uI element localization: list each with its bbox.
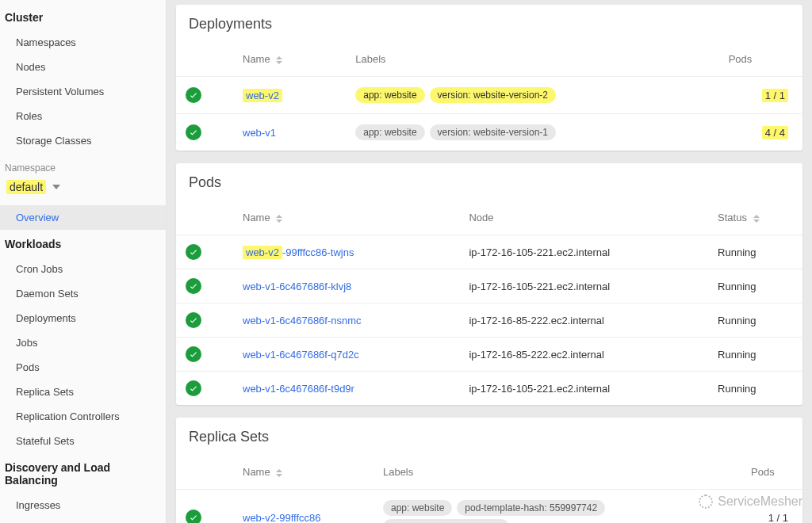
status-ok-icon [186, 510, 201, 523]
pods-table: Name Node Status web-v2-99fffcc86-twjnsi… [176, 207, 802, 405]
deployment-link[interactable]: web-v1 [243, 127, 276, 139]
replicasets-card: Replica Sets Name Labels Pods web-v2-99f… [176, 418, 802, 523]
chevron-down-icon [52, 185, 60, 189]
sidebar-item-deployments[interactable]: Deployments [0, 306, 166, 330]
section-discovery-title: Discovery and Load Balancing [0, 453, 166, 493]
status-cell: Running [708, 303, 802, 338]
col-status[interactable]: Status [708, 207, 802, 235]
table-row: web-v1-6c467686f-t9d9rip-172-16-105-221.… [176, 372, 802, 406]
pods-count: 4 / 4 [762, 126, 788, 139]
pods-card: Pods Name Node Status [176, 163, 802, 405]
pod-link[interactable]: web-v2-99fffcc86-twjns [243, 246, 354, 259]
sidebar-item-services[interactable]: Services [0, 517, 166, 523]
section-workloads-title: Workloads [0, 230, 166, 257]
sort-icon [276, 215, 282, 223]
pod-link[interactable]: web-v1-6c467686f-t9d9r [243, 383, 354, 395]
sidebar-item-stateful-sets[interactable]: Stateful Sets [0, 429, 166, 453]
pod-link[interactable]: web-v1-6c467686f-klvj8 [243, 281, 351, 292]
sidebar-item-cron-jobs[interactable]: Cron Jobs [0, 257, 166, 281]
namespace-value: default [6, 180, 46, 194]
col-name[interactable]: Name [211, 461, 373, 490]
status-ok-icon [186, 244, 201, 260]
label-chip: app: website [355, 124, 424, 140]
sidebar-item-namespaces[interactable]: Namespaces [0, 30, 166, 55]
label-chip: pod-template-hash: 559997742 [457, 500, 605, 516]
pods-count: 1 / 1 [762, 89, 788, 102]
sidebar-item-storage-classes[interactable]: Storage Classes [0, 128, 166, 153]
replicasets-table: Name Labels Pods web-v2-99fffcc86app: we… [176, 461, 802, 523]
deployment-link[interactable]: web-v2 [243, 89, 282, 102]
status-cell: Running [708, 269, 802, 303]
col-name[interactable]: Name [211, 48, 346, 77]
sidebar-item-pods[interactable]: Pods [0, 355, 166, 380]
pods-count: 1 / 1 [741, 490, 802, 524]
pod-link[interactable]: web-v1-6c467686f-q7d2c [243, 349, 359, 361]
status-ok-icon [186, 87, 201, 103]
sidebar: Cluster Namespaces Nodes Persistent Volu… [0, 0, 167, 523]
sort-icon [276, 469, 282, 477]
col-labels[interactable]: Labels [346, 48, 718, 77]
pod-link[interactable]: web-v1-6c467686f-nsnmc [243, 315, 362, 326]
label-chip: version: website-version-2 [383, 519, 509, 523]
col-labels[interactable]: Labels [373, 461, 741, 490]
table-row: web-v1-6c467686f-q7d2cip-172-16-85-222.e… [176, 338, 802, 372]
col-pods[interactable]: Pods [741, 461, 802, 490]
sidebar-item-daemon-sets[interactable]: Daemon Sets [0, 281, 166, 306]
table-row: web-v2-99fffcc86-twjnsip-172-16-105-221.… [176, 235, 802, 269]
node-cell: ip-172-16-85-222.ec2.internal [459, 338, 708, 372]
namespace-select[interactable]: default [0, 177, 166, 205]
sidebar-item-replication-controllers[interactable]: Replication Controllers [0, 404, 166, 429]
replicasets-title: Replica Sets [176, 418, 802, 461]
replicaset-link[interactable]: web-v2-99fffcc86 [243, 512, 321, 524]
status-cell: Running [708, 235, 802, 269]
status-ok-icon [186, 346, 201, 362]
status-ok-icon [186, 380, 201, 396]
app-root: Cluster Namespaces Nodes Persistent Volu… [0, 0, 812, 523]
sort-icon [276, 56, 282, 64]
namespace-label: Namespace [0, 153, 166, 177]
sort-icon [753, 215, 760, 223]
main-content: Deployments Name Labels Pods web-v2app: … [167, 0, 812, 523]
sidebar-item-nodes[interactable]: Nodes [0, 55, 166, 79]
sidebar-item-ingresses[interactable]: Ingresses [0, 493, 166, 517]
table-row: web-v2app: websiteversion: website-versi… [176, 77, 802, 114]
node-cell: ip-172-16-105-221.ec2.internal [459, 372, 708, 406]
sidebar-item-jobs[interactable]: Jobs [0, 330, 166, 355]
status-cell: Running [708, 372, 802, 406]
status-ok-icon [186, 278, 201, 294]
col-pods[interactable]: Pods [719, 48, 802, 77]
col-node[interactable]: Node [459, 207, 708, 235]
section-cluster-title: Cluster [0, 3, 166, 30]
deployments-title: Deployments [176, 5, 802, 48]
col-name[interactable]: Name [211, 207, 459, 235]
status-ok-icon [186, 312, 201, 328]
table-row: web-v1app: websiteversion: website-versi… [176, 114, 802, 151]
status-cell: Running [708, 338, 802, 372]
node-cell: ip-172-16-85-222.ec2.internal [459, 303, 708, 338]
label-chip: version: website-version-1 [430, 124, 556, 140]
sidebar-item-roles[interactable]: Roles [0, 104, 166, 128]
node-cell: ip-172-16-105-221.ec2.internal [459, 235, 708, 269]
sidebar-item-overview[interactable]: Overview [0, 205, 166, 230]
table-row: web-v1-6c467686f-klvj8ip-172-16-105-221.… [176, 269, 802, 303]
pods-title: Pods [176, 163, 802, 207]
deployments-table: Name Labels Pods web-v2app: websiteversi… [176, 48, 802, 151]
node-cell: ip-172-16-105-221.ec2.internal [459, 269, 708, 303]
label-chip: app: website [355, 87, 424, 103]
deployments-card: Deployments Name Labels Pods web-v2app: … [176, 5, 802, 151]
label-chip: version: website-version-2 [430, 87, 556, 103]
sidebar-item-replica-sets[interactable]: Replica Sets [0, 380, 166, 404]
table-row: web-v2-99fffcc86app: websitepod-template… [176, 490, 802, 524]
sidebar-item-persistent-volumes[interactable]: Persistent Volumes [0, 79, 166, 104]
table-row: web-v1-6c467686f-nsnmcip-172-16-85-222.e… [176, 303, 802, 338]
status-ok-icon [186, 124, 201, 140]
label-chip: app: website [383, 500, 452, 516]
